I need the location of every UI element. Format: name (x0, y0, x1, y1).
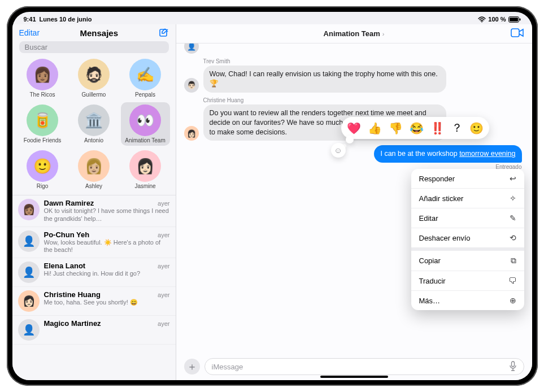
avatar: 👤 (184, 43, 199, 54)
chevron-right-icon: › (382, 31, 385, 37)
conversation-time: ayer (158, 291, 169, 298)
reaction-option[interactable]: 😂 (410, 121, 424, 135)
pinned-conversation[interactable]: 🥫 Foodie Friends (18, 102, 67, 146)
context-menu-icon: ⧉ (511, 256, 516, 265)
sender-label: Trev Smith (203, 58, 524, 64)
dictate-icon[interactable] (509, 361, 517, 373)
pinned-conversation-name: Antonio (84, 137, 103, 143)
sidebar: Editar Mensajes Buscar 👩🏽 The Ricos🧔🏻 Gu… (12, 24, 176, 380)
message-row: 👨🏻 Wow, Chad! I can really envision us t… (184, 66, 524, 93)
conversation-name: Magico Martinez (44, 319, 101, 328)
conversation-name: Dawn Ramirez (44, 199, 94, 207)
pinned-conversation[interactable]: 🙂 Rigo (18, 148, 67, 191)
avatar: 👀 (129, 104, 161, 136)
conversation-name: Elena Lanot (44, 262, 86, 270)
my-message-link[interactable]: tomorrow evening (459, 150, 515, 158)
avatar: 🧔🏻 (78, 59, 110, 90)
context-menu-label: Deshacer envío (419, 234, 471, 242)
pinned-conversation[interactable]: 👀 Animation Team (121, 102, 170, 146)
conversation-row[interactable]: 👤 Magico Martinez ayer (12, 316, 176, 345)
pinned-conversation-name: Penpals (135, 92, 155, 98)
context-menu-item[interactable]: Editar✎ (411, 208, 524, 228)
pinned-conversation[interactable]: 👩🏼 Ashley (69, 148, 119, 191)
avatar: 🙂 (27, 150, 58, 182)
reaction-option[interactable]: ❤️ (347, 121, 361, 135)
conversation-time: ayer (158, 200, 169, 207)
pinned-conversation-name: Animation Team (125, 137, 166, 143)
ipad-device-frame: 9:41 Lunes 10 de junio 100 % Editar Mens… (7, 6, 538, 386)
context-menu-item[interactable]: Más…⊕ (411, 290, 524, 310)
svg-rect-3 (519, 18, 520, 20)
status-bar: 9:41 Lunes 10 de junio 100 % (12, 12, 532, 24)
context-menu-icon: ⊕ (510, 296, 516, 305)
pinned-conversation-name: Foodie Friends (24, 137, 62, 143)
conversation-row[interactable]: 👤 Elena Lanot ayer Hi! Just checking in.… (12, 258, 176, 287)
pinned-conversation-name: The Ricos (29, 92, 55, 98)
message-input[interactable]: iMessage (204, 358, 524, 375)
context-menu-item[interactable]: Copiar⧉ (411, 247, 524, 271)
avatar: 👩🏻 (129, 150, 161, 182)
context-menu-item[interactable]: Añadir sticker✧ (411, 188, 524, 208)
context-menu-icon: ⟲ (510, 233, 516, 242)
avatar: 👨🏻 (184, 78, 199, 93)
conversation-row[interactable]: 👩🏽 Dawn Ramirez ayer OK to visit tonight… (12, 195, 176, 227)
pinned-conversation-name: Guillermo (82, 92, 106, 98)
svg-rect-2 (510, 18, 518, 21)
my-message-bubble[interactable]: I can be at the workshop tomorrow evenin… (374, 145, 521, 163)
pinned-conversation[interactable]: ✍️ Penpals (121, 56, 170, 100)
sidebar-title: Mensajes (80, 28, 119, 38)
message-context-menu: Responder↩Añadir sticker✧Editar✎Deshacer… (411, 169, 524, 310)
conversation-time: ayer (158, 320, 169, 327)
facetime-button[interactable] (511, 28, 524, 40)
conversation-row[interactable]: 👩🏻 Christine Huang ayer Me too, haha. Se… (12, 287, 176, 316)
reaction-option[interactable]: 👎 (389, 121, 403, 135)
compose-button[interactable] (159, 28, 169, 38)
pinned-conversation[interactable]: 👩🏽 The Ricos (18, 56, 67, 100)
context-menu-icon: ↩ (510, 174, 516, 183)
message-bubble[interactable]: Wow, Chad! I can really envision us taki… (203, 66, 446, 93)
conversation-name: Christine Huang (44, 290, 101, 299)
screen: 9:41 Lunes 10 de junio 100 % Editar Mens… (12, 12, 532, 380)
context-menu-label: Editar (419, 214, 438, 223)
reaction-option[interactable]: 👍 (368, 121, 382, 135)
avatar: 👩🏻 (18, 290, 40, 312)
tapback-reactions-popover[interactable]: ❤️👍👎😂‼️？🙂 (341, 117, 489, 139)
message-input-placeholder: iMessage (212, 363, 243, 371)
context-menu-item[interactable]: Deshacer envío⟲ (411, 228, 524, 247)
status-time: 9:41 (24, 16, 36, 23)
conversation-time: ayer (158, 232, 169, 238)
status-date: Lunes 10 de junio (40, 16, 92, 23)
context-menu-label: Copiar (419, 256, 441, 265)
pinned-conversation-name: Jasmine (134, 183, 155, 189)
conversation-row[interactable]: 👤 Po-Chun Yeh ayer Wow, looks beautiful.… (12, 227, 176, 259)
avatar: 👩🏼 (78, 150, 110, 182)
conversation-preview: Hi! Just checking in. How did it go? (44, 270, 170, 278)
pinned-conversation[interactable]: 🧔🏻 Guillermo (69, 56, 119, 100)
search-input[interactable]: Buscar (19, 41, 169, 53)
context-menu-icon: ✧ (510, 194, 516, 203)
context-menu-item[interactable]: Responder↩ (411, 169, 524, 188)
conversation-time: ayer (158, 263, 169, 269)
reaction-option[interactable]: 🙂 (469, 121, 484, 135)
context-menu-label: Traducir (419, 277, 446, 285)
pinned-conversation[interactable]: 👩🏻 Jasmine (121, 148, 170, 191)
add-reaction-button[interactable]: ☺ (331, 143, 346, 158)
messages-area: 👤 Trev Smith 👨🏻 Wow, Chad! I can really … (176, 43, 532, 356)
pinned-conversation[interactable]: 🏛️ Antonio (69, 102, 119, 146)
avatar: ✍️ (129, 59, 161, 90)
attach-button[interactable]: ＋ (184, 359, 200, 374)
conversation-name: Po-Chun Yeh (44, 230, 90, 239)
avatar: 👩🏽 (18, 199, 40, 220)
avatar: 👤 (18, 262, 40, 283)
avatar: 🥫 (27, 104, 58, 136)
reaction-option[interactable]: ？ (451, 120, 463, 136)
my-message-wrap: I can be at the workshop tomorrow evenin… (184, 145, 522, 170)
battery-icon (508, 16, 521, 23)
chat-header[interactable]: Animation Team › (176, 24, 532, 43)
sender-label: Christine Huang (203, 97, 524, 103)
edit-button[interactable]: Editar (19, 28, 40, 37)
reaction-option[interactable]: ‼️ (430, 121, 445, 135)
avatar: 👤 (18, 230, 40, 252)
home-indicator[interactable] (320, 376, 388, 378)
context-menu-item[interactable]: Traducir🗨 (411, 271, 524, 290)
